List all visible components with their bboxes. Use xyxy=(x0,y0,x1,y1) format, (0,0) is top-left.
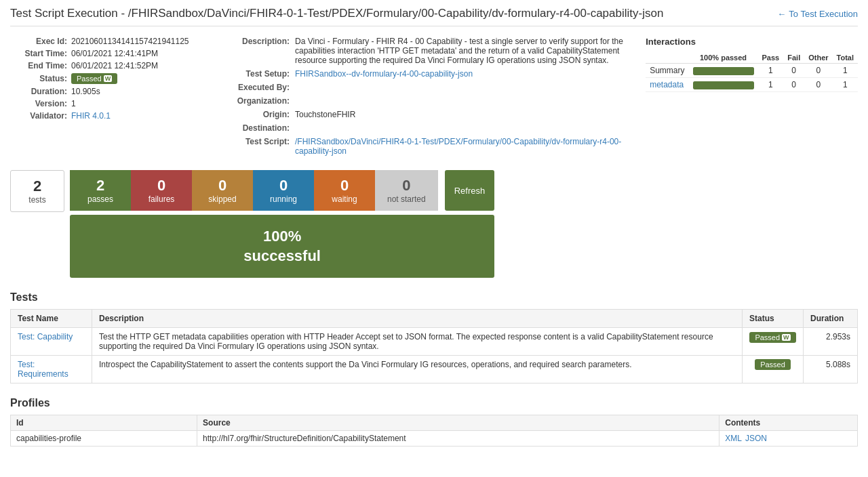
description-panel: Description: Da Vinci - Formulary - FHIR… xyxy=(214,37,632,160)
description-value: Da Vinci - Formulary - FHIR R4 - 00 Capa… xyxy=(295,37,632,65)
test-setup-label: Test Setup: xyxy=(214,69,295,79)
running-label: running xyxy=(265,194,302,204)
failures-label: failures xyxy=(143,194,180,204)
stat-passes-box[interactable]: 2 passes xyxy=(70,170,131,211)
interactions-table: 100% passed Pass Fail Other Total Summar… xyxy=(646,52,858,92)
start-time-row: Start Time: 06/01/2021 12:41:41PM xyxy=(10,49,200,58)
waiting-label: waiting xyxy=(326,194,363,204)
test-name-link[interactable]: Test: Requirements xyxy=(18,360,68,379)
interactions-row: Summary1001 xyxy=(646,64,858,78)
organization-label: Organization: xyxy=(214,96,295,106)
table-row: Test: RequirementsIntrospect the Capabil… xyxy=(11,356,858,383)
progress-bar-container xyxy=(693,67,754,75)
executed-by-row: Executed By: xyxy=(214,83,632,92)
interaction-pass: 1 xyxy=(758,64,784,78)
stat-tests-box: 2 tests xyxy=(10,170,64,212)
profile-contents-cell: XMLJSON xyxy=(719,431,858,447)
interaction-other: 0 xyxy=(804,78,832,92)
stat-running-box[interactable]: 0 running xyxy=(253,170,314,211)
failures-count: 0 xyxy=(143,177,180,194)
profile-id-cell: capabilities-profile xyxy=(11,431,197,447)
validator-link[interactable]: FHIR 4.0.1 xyxy=(71,111,111,121)
progress-bar-fill xyxy=(693,81,754,89)
validator-label: Validator: xyxy=(10,111,71,121)
interactions-row: metadata1001 xyxy=(646,78,858,92)
col-description: Description xyxy=(92,310,743,328)
profiles-col-contents: Contents xyxy=(719,415,858,431)
exec-id-value: 20210601134141157421941125 xyxy=(71,37,189,46)
test-setup-value: FHIRSandbox--dv-formulary-r4-00-capabili… xyxy=(295,69,632,79)
exec-info-panel: Exec Id: 20210601134141157421941125 Star… xyxy=(10,37,200,160)
interactions-col-other: Other xyxy=(804,52,832,64)
xml-link[interactable]: XML xyxy=(725,434,742,443)
tests-table: Test Name Description Status Duration Te… xyxy=(10,309,858,383)
waiting-count: 0 xyxy=(326,177,363,194)
interactions-panel: Interactions 100% passed Pass Fail Other… xyxy=(646,37,858,160)
profiles-section: Profiles Id Source Contents capabilities… xyxy=(10,397,858,447)
page-title: Test Script Execution - /FHIRSandbox/DaV… xyxy=(10,7,663,20)
origin-label: Origin: xyxy=(214,110,295,119)
interactions-col-pass: Pass xyxy=(758,52,784,64)
skipped-label: skipped xyxy=(204,194,241,204)
progress-bar-fill xyxy=(693,67,754,75)
skipped-count: 0 xyxy=(204,177,241,194)
profiles-table: Id Source Contents capabilities-profileh… xyxy=(10,415,858,447)
test-script-label: Test Script: xyxy=(214,137,295,146)
refresh-button[interactable]: Refresh xyxy=(445,170,495,211)
stat-skipped-box[interactable]: 0 skipped xyxy=(192,170,253,211)
test-name-link[interactable]: Test: Capability xyxy=(18,332,73,341)
col-status: Status xyxy=(743,310,804,328)
col-test-name: Test Name xyxy=(11,310,92,328)
stat-failures-box[interactable]: 0 failures xyxy=(131,170,192,211)
success-badge: 100% successful xyxy=(70,215,494,278)
origin-value: TouchstoneFHIR xyxy=(295,110,632,119)
test-name-cell: Test: Capability xyxy=(11,328,92,356)
duration-row: Duration: 10.905s xyxy=(10,87,200,96)
stat-boxes-top: 2 passes 0 failures 0 skipped 0 running … xyxy=(70,170,494,211)
interaction-progress xyxy=(689,64,758,78)
page-header: Test Script Execution - /FHIRSandbox/DaV… xyxy=(10,7,858,26)
test-script-value: /FHIRSandbox/DaVinci/FHIR4-0-1-Test/PDEX… xyxy=(295,137,632,156)
status-badge: Passed xyxy=(749,332,795,343)
start-time-label: Start Time: xyxy=(10,49,71,58)
organization-row: Organization: xyxy=(214,96,632,106)
interaction-pass: 1 xyxy=(758,78,784,92)
end-time-label: End Time: xyxy=(10,61,71,70)
col-duration: Duration xyxy=(804,310,858,328)
notstarted-count: 0 xyxy=(387,177,426,194)
version-label: Version: xyxy=(10,99,71,108)
stats-area: 2 tests 2 passes 0 failures 0 skipped 0 … xyxy=(10,170,858,278)
test-status-cell: Passed xyxy=(743,328,804,356)
interaction-fail: 0 xyxy=(783,64,804,78)
version-row: Version: 1 xyxy=(10,99,200,108)
test-status-cell: Passed xyxy=(743,356,804,383)
profile-source-cell: http://hl7.org/fhir/StructureDefinition/… xyxy=(197,431,719,447)
interaction-name[interactable]: metadata xyxy=(646,78,688,92)
back-link[interactable]: To Test Execution xyxy=(777,9,858,19)
progress-bar-container xyxy=(693,81,754,89)
interaction-progress xyxy=(689,78,758,92)
test-duration-cell: 5.088s xyxy=(804,356,858,383)
test-script-link[interactable]: /FHIRSandbox/DaVinci/FHIR4-0-1-Test/PDEX… xyxy=(295,137,621,156)
exec-id-row: Exec Id: 20210601134141157421941125 xyxy=(10,37,200,46)
test-script-row: Test Script: /FHIRSandbox/DaVinci/FHIR4-… xyxy=(214,137,632,156)
stat-notstarted-box[interactable]: 0 not started xyxy=(375,170,438,211)
notstarted-label: not started xyxy=(387,194,426,204)
validator-row: Validator: FHIR 4.0.1 xyxy=(10,111,200,121)
passes-count: 2 xyxy=(82,177,119,194)
test-description-cell: Test the HTTP GET metadata capabilities … xyxy=(92,328,743,356)
duration-label: Duration: xyxy=(10,87,71,96)
test-setup-link[interactable]: FHIRSandbox--dv-formulary-r4-00-capabili… xyxy=(295,69,473,79)
status-row: Status: Passed xyxy=(10,73,200,84)
validator-value: FHIR 4.0.1 xyxy=(71,111,111,121)
stat-waiting-box[interactable]: 0 waiting xyxy=(314,170,375,211)
success-percent: 100% xyxy=(263,228,301,245)
json-link[interactable]: JSON xyxy=(745,434,767,443)
profiles-col-id: Id xyxy=(11,415,197,431)
interaction-name: Summary xyxy=(646,64,688,78)
interaction-fail: 0 xyxy=(783,78,804,92)
interactions-title: Interactions xyxy=(646,37,858,47)
status-value: Passed xyxy=(71,73,117,84)
status-badge: Passed xyxy=(755,359,791,370)
test-setup-row: Test Setup: FHIRSandbox--dv-formulary-r4… xyxy=(214,69,632,79)
